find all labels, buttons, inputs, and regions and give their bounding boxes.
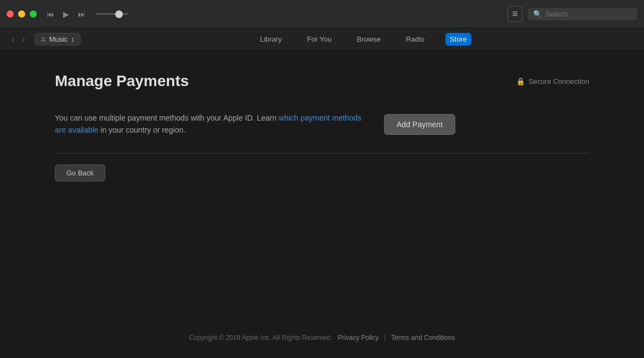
secure-connection: 🔒 Secure Connection (516, 77, 589, 86)
search-input[interactable] (545, 10, 632, 18)
nav-foryou[interactable]: For You (303, 33, 336, 46)
minimize-button[interactable] (18, 10, 25, 18)
fast-forward-button[interactable]: ⏭ (75, 8, 89, 21)
nav-forward-button[interactable]: › (19, 33, 27, 46)
search-icon: 🔍 (533, 10, 542, 18)
slider-track (95, 13, 128, 15)
go-back-button[interactable]: Go Back (55, 164, 105, 181)
maximize-button[interactable] (30, 10, 37, 18)
chevron-icon: ↕ (71, 35, 75, 43)
music-note-icon: ♫ (41, 35, 46, 43)
navbar: ‹ › ♫ Music ↕ Library For You Browse Rad… (0, 29, 644, 50)
divider (55, 153, 589, 154)
lock-icon: 🔒 (516, 77, 525, 86)
titlebar: ⏮ ▶ ⏭ ≡ 🔍 (0, 0, 644, 29)
titlebar-right: ≡ 🔍 (507, 6, 637, 22)
nav-store[interactable]: Store (445, 33, 471, 46)
window-controls (7, 10, 37, 18)
nav-links: Library For You Browse Radio Store (92, 33, 635, 46)
close-button[interactable] (7, 10, 14, 18)
app-name-label: Music (49, 35, 67, 43)
slider-thumb (115, 10, 123, 18)
terms-and-conditions-link[interactable]: Terms and Conditions (391, 334, 455, 342)
add-payment-button[interactable]: Add Payment (384, 114, 455, 135)
rewind-button[interactable]: ⏮ (43, 8, 58, 21)
volume-slider[interactable] (95, 13, 128, 15)
footer: Copyright © 2019 Apple Inc. All Rights R… (0, 334, 644, 342)
description-text: You can use multiple payment methods wit… (55, 112, 362, 137)
play-button[interactable]: ▶ (60, 8, 72, 21)
description-prefix: You can use multiple payment methods wit… (55, 113, 279, 122)
privacy-policy-link[interactable]: Privacy Policy (338, 334, 379, 342)
footer-separator: | (384, 334, 386, 342)
secure-connection-label: Secure Connection (528, 77, 589, 86)
content-area: You can use multiple payment methods wit… (55, 112, 589, 137)
nav-arrows: ‹ › (9, 33, 28, 46)
page-title: Manage Payments (55, 72, 189, 90)
playback-controls: ⏮ ▶ ⏭ (43, 8, 89, 21)
nav-back-button[interactable]: ‹ (9, 33, 17, 46)
app-selector[interactable]: ♫ Music ↕ (35, 33, 81, 46)
page-header: Manage Payments 🔒 Secure Connection (55, 72, 589, 90)
nav-library[interactable]: Library (256, 33, 286, 46)
search-bar[interactable]: 🔍 (528, 8, 637, 20)
description-suffix: in your country or region. (98, 126, 185, 134)
nav-browse[interactable]: Browse (353, 33, 385, 46)
nav-radio[interactable]: Radio (402, 33, 429, 46)
main-content: Manage Payments 🔒 Secure Connection You … (0, 50, 644, 181)
copyright-text: Copyright © 2019 Apple Inc. All Rights R… (189, 334, 332, 342)
list-icon[interactable]: ≡ (507, 6, 522, 22)
